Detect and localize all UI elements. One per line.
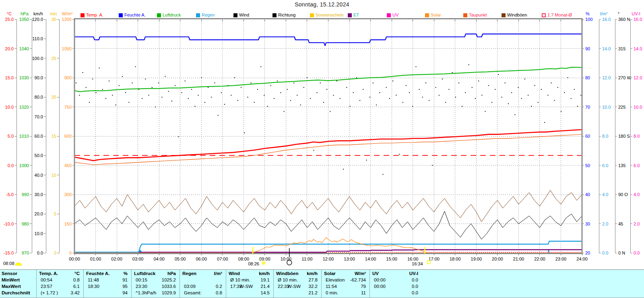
row-label: MaxWert: [2, 284, 21, 289]
axis-tick-label: 70: [585, 105, 590, 110]
axis-kmh: [44, 19, 46, 253]
sunrise-time: 08:26: [248, 261, 259, 266]
axis-tick-label: 1050: [62, 46, 72, 51]
axis-tick-label: 10.0: [5, 105, 14, 110]
scatter-dot: [175, 85, 175, 86]
legend-label: Luftdruck: [163, 12, 181, 17]
legend-swatch-icon: [272, 13, 277, 17]
scatter-dot: [518, 87, 519, 88]
scatter-dot: [191, 89, 192, 90]
legend-label: 1.7 Monat-Ø: [547, 12, 572, 17]
axis-tick-label: 15.0: [5, 75, 14, 80]
table-cell: 1029.9: [132, 290, 176, 295]
scatter-dot: [564, 92, 565, 93]
scatter-dot: [237, 100, 238, 101]
scatter-dot: [419, 89, 420, 90]
column-unit: hPa: [132, 271, 176, 276]
scatter-dot: [336, 81, 337, 81]
stats-table: SensorMinWertMaxWertDurchschnittTemp. A.…: [0, 269, 644, 298]
scatter-dot: [188, 98, 189, 99]
x-tick-label: 20:00: [492, 257, 503, 261]
legend-item-richtung: Richtung: [272, 11, 295, 17]
scatter-dot: [472, 87, 473, 88]
legend-item-temp-a-: Temp. A.: [80, 11, 103, 17]
x-tick-label: 16:00: [407, 257, 419, 261]
axis-tick-label: 70.0: [35, 114, 43, 119]
table-cell: 1033.6: [132, 284, 176, 289]
axis-tick-label: 135: [618, 163, 625, 168]
axis-tick-label: 100.0: [32, 56, 43, 61]
column-unit: W/m²: [322, 271, 366, 276]
scatter-dot: [521, 98, 522, 99]
row-label: MinWert: [2, 277, 20, 282]
axis-tick-label: 20: [585, 250, 590, 255]
scatter-dot: [112, 95, 113, 96]
scatter-dot: [303, 87, 304, 88]
x-axis: [74, 20, 582, 255]
axis-tick-label: 10.0: [602, 105, 611, 110]
scatter-dot: [313, 150, 314, 151]
scatter-dot: [505, 83, 506, 83]
legend-label: Taupunkt: [469, 12, 487, 17]
scatter-dot: [363, 89, 363, 90]
table-cell: 14.5: [226, 290, 270, 295]
scatter-dot: [442, 79, 443, 79]
axis-tick-label: 900: [64, 75, 72, 80]
scatter-dot: [310, 98, 311, 99]
axis-tick-label: 0.0: [634, 250, 640, 255]
scatter-dot: [343, 169, 344, 170]
scatter-dot: [135, 66, 136, 67]
scatter-dot: [531, 106, 532, 107]
scatter-dot: [76, 83, 76, 83]
scatter-dot: [234, 77, 235, 78]
axis-tick-label: 225: [618, 105, 625, 110]
axis-tick-label: 10.0: [35, 231, 43, 236]
chart-legend: Temp. A.Feuchte A.LuftdruckRegenWindRich…: [0, 11, 644, 18]
scatter-dot: [406, 85, 407, 86]
axis-tick-label: 30.0: [35, 192, 43, 197]
x-tick-label: 01:00: [90, 257, 101, 261]
scatter-dot: [452, 72, 453, 73]
table-cell: 21.2: [274, 290, 318, 295]
scatter-dot: [580, 95, 581, 96]
scatter-dot: [122, 76, 123, 77]
scatter-dot: [399, 154, 400, 155]
axis-tick-label: 4.0: [634, 192, 640, 197]
table-group-temp-a-: Temp. A.°C00:540.823:576.1(+ 1.72 )3.42: [36, 270, 83, 298]
legend-swatch-icon: [233, 13, 237, 17]
table-cell: 27.8: [274, 277, 318, 282]
axis-tick-label: 990: [22, 192, 29, 197]
x-tick-label: 23:00: [555, 257, 567, 261]
scatter-dot: [508, 103, 509, 104]
table-cell: 0.0: [370, 290, 418, 295]
x-tick-label: 04:00: [153, 257, 165, 261]
scatter-dot: [178, 137, 179, 137]
axis-tick-label: 80.0: [35, 95, 43, 99]
x-tick-label: 21:00: [513, 257, 524, 261]
axis-tick-label: 25: [52, 56, 56, 61]
axis-tick-label: 60.0: [35, 134, 43, 139]
column-unit: km/h: [274, 271, 318, 276]
axis-tick-label: 20.0: [35, 211, 43, 216]
axis-tick-label: 50.0: [35, 153, 43, 158]
legend-label: Richtung: [278, 12, 295, 17]
scatter-dot: [396, 95, 396, 96]
legend-item-luftdruck: Luftdruck: [157, 11, 181, 17]
legend-swatch-icon: [463, 13, 467, 17]
scatter-dot: [264, 95, 264, 96]
table-group-regen: Regenl/m²03:090.2Gesamt:0.8: [180, 270, 226, 298]
axis-tick-label: 14.0: [634, 46, 642, 51]
axis-tick-label: 315: [618, 46, 625, 51]
scatter-dot: [297, 95, 297, 96]
axis-tick-label: 40: [585, 192, 590, 197]
scatter-dot: [221, 92, 222, 93]
legend-label: Wind: [239, 12, 249, 17]
legend-item-sonnenschein: Sonnenschein: [310, 11, 344, 17]
legend-label: Windböen: [507, 12, 527, 17]
axis-: [615, 19, 617, 253]
scatter-dot: [181, 92, 182, 93]
scatter-dot: [231, 95, 231, 96]
x-tick-label: 11:00: [302, 257, 313, 261]
scatter-dot: [254, 102, 255, 103]
scatter-dot: [511, 92, 512, 93]
